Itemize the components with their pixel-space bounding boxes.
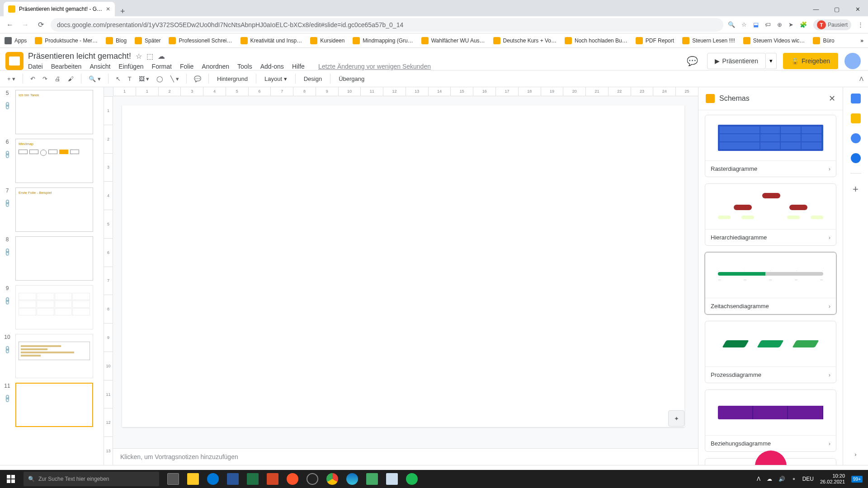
comment-tool[interactable]: 💬 [191, 74, 204, 84]
window-close-icon[interactable]: ✕ [847, 2, 868, 16]
window-maximize-icon[interactable]: ▢ [826, 2, 847, 16]
link-icon[interactable]: 🔗 [3, 150, 12, 160]
bookmark-item[interactable]: Kursideen [310, 37, 344, 44]
readlist-icon[interactable]: ⬓ [753, 21, 759, 28]
excel-icon[interactable] [243, 470, 262, 488]
image-tool[interactable]: 🖼 ▾ [136, 74, 152, 84]
last-edit-link[interactable]: Letzte Änderung vor wenigen Sekunden [318, 63, 431, 70]
link-icon[interactable]: 🔗 [3, 345, 12, 355]
powerpoint-icon[interactable] [263, 470, 282, 488]
schema-card-time[interactable]: ·····————— Zeitachsendiagramme › [705, 252, 836, 314]
schema-card-rel[interactable]: Beziehungsdiagramme › [705, 389, 836, 452]
link-icon[interactable]: 🔗 [3, 101, 12, 111]
bookmark-item[interactable]: Mindmapping (Gru… [353, 37, 413, 44]
back-button[interactable]: ← [5, 21, 15, 29]
share-button[interactable]: 🔒 Freigeben [783, 53, 838, 69]
menu-bearbeiten[interactable]: Bearbeiten [51, 63, 82, 70]
notepad-icon[interactable] [382, 470, 401, 488]
zoom-icon[interactable]: 🔍 [728, 21, 735, 28]
keep-app-icon[interactable] [851, 113, 861, 123]
link-icon[interactable]: 🔗 [3, 296, 12, 306]
language-indicator[interactable]: DEU [802, 476, 814, 482]
document-title[interactable]: Präsentieren leicht gemacht! [28, 52, 131, 61]
obs-icon[interactable] [303, 470, 322, 488]
bookmark-item[interactable]: PDF Report [636, 37, 674, 44]
line-tool[interactable]: ╲ ▾ [168, 74, 182, 84]
menu-anordnen[interactable]: Anordnen [202, 63, 229, 70]
bookmark-item[interactable]: Professionell Schrei… [169, 37, 232, 44]
tab-close-icon[interactable]: ✕ [106, 6, 110, 12]
taskbar-search[interactable]: 🔍 Zur Suche Text hier eingeben [24, 472, 159, 486]
menu-ansicht[interactable]: Ansicht [90, 63, 110, 70]
menu-tools[interactable]: Tools [237, 63, 252, 70]
menu-folie[interactable]: Folie [180, 63, 193, 70]
link-icon[interactable]: 🔗 [3, 394, 12, 404]
edge-icon[interactable] [343, 470, 362, 488]
menu-add-ons[interactable]: Add-ons [260, 63, 284, 70]
textbox-tool[interactable]: T [125, 74, 134, 84]
reload-button[interactable]: ⟳ [35, 20, 46, 29]
url-input[interactable]: docs.google.com/presentation/d/1yV372SO5… [51, 18, 723, 32]
schema-card-cycle[interactable] [705, 458, 836, 465]
file-explorer-icon[interactable] [184, 470, 203, 488]
browser-tab[interactable]: Präsentieren leicht gemacht! - G… ✕ [4, 2, 115, 16]
extensions-icon[interactable]: 🧩 [800, 21, 807, 28]
window-minimize-icon[interactable]: — [806, 2, 826, 16]
explore-button[interactable]: ✦ [668, 410, 684, 427]
translate-icon[interactable]: ⊕ [777, 21, 782, 28]
chrome-icon[interactable] [323, 470, 342, 488]
link-icon[interactable]: 🔗 [3, 199, 12, 208]
wifi-icon[interactable]: ⚬ [792, 476, 796, 482]
bookmark-item[interactable]: Büro [813, 37, 834, 44]
app-icon-1[interactable] [363, 470, 382, 488]
schema-card-grid[interactable]: Rasterdiagramme › [705, 115, 836, 177]
notifications-icon[interactable]: 99+ [851, 476, 863, 483]
spotify-icon[interactable] [402, 470, 421, 488]
slide-thumbnail[interactable] [15, 285, 93, 329]
layout-button[interactable]: Layout ▾ [261, 74, 291, 84]
bookmark-item[interactable]: Apps [5, 37, 27, 44]
bookmark-item[interactable]: Steuern Lesen !!!! [682, 37, 735, 44]
collapse-rail-icon[interactable]: › [854, 451, 856, 458]
menu-format[interactable]: Format [152, 63, 172, 70]
close-panel-icon[interactable]: ✕ [829, 94, 835, 103]
shape-tool[interactable]: ◯ [154, 74, 166, 84]
bookmark-item[interactable]: Steuern Videos wic… [743, 37, 805, 44]
bookmarks-overflow-icon[interactable]: » [860, 38, 863, 44]
collapse-toolbar-icon[interactable]: ᐱ [859, 75, 863, 82]
move-icon[interactable]: ⬚ [146, 52, 153, 61]
design-button[interactable]: Design [300, 74, 326, 84]
print-button[interactable]: 🖨 [52, 74, 63, 84]
slide-thumbnail[interactable] [15, 383, 93, 427]
redo-button[interactable]: ↷ [40, 74, 50, 84]
onedrive-icon[interactable]: ☁ [767, 476, 772, 482]
bookmark-item[interactable]: Wahlfächer WU Aus… [421, 37, 485, 44]
new-slide-button[interactable]: + ▾ [5, 74, 18, 84]
menu-einfügen[interactable]: Einfügen [118, 63, 143, 70]
schema-card-proc[interactable]: Prozessdiagramme › [705, 321, 836, 383]
tasks-app-icon[interactable] [851, 133, 861, 143]
forward-button[interactable]: → [20, 21, 31, 29]
bookmark-item[interactable]: Deutsche Kurs + Vo… [493, 37, 557, 44]
slide-canvas[interactable] [122, 105, 684, 427]
shopping-icon[interactable]: 🏷 [765, 21, 771, 28]
cloud-status-icon[interactable]: ☁ [158, 52, 165, 61]
comments-button[interactable]: 💬 [684, 53, 701, 69]
star-icon[interactable]: ☆ [136, 52, 142, 61]
calendar-app-icon[interactable] [851, 94, 861, 103]
slide-thumbnail[interactable]: Erste Folie - Beispiel [15, 188, 93, 232]
bookmark-item[interactable]: Später [135, 37, 160, 44]
bookmark-item[interactable]: Kreativität und Insp… [241, 37, 302, 44]
present-button[interactable]: ▶ Präsentieren [707, 53, 766, 69]
schema-card-hier[interactable]: Hierarchiediagramme › [705, 183, 836, 246]
start-button[interactable] [0, 470, 22, 488]
task-view-icon[interactable] [164, 470, 183, 488]
slide-thumbnail[interactable] [15, 334, 93, 378]
share-icon[interactable]: ➤ [788, 21, 793, 28]
account-avatar[interactable] [844, 53, 861, 69]
bookmark-item[interactable]: Produktsuche - Mer… [35, 37, 98, 44]
edge-legacy-icon[interactable] [203, 470, 222, 488]
menu-hilfe[interactable]: Hilfe [292, 63, 305, 70]
profile-badge[interactable]: T Pausiert [813, 19, 851, 30]
new-tab-button[interactable]: + [115, 7, 131, 16]
